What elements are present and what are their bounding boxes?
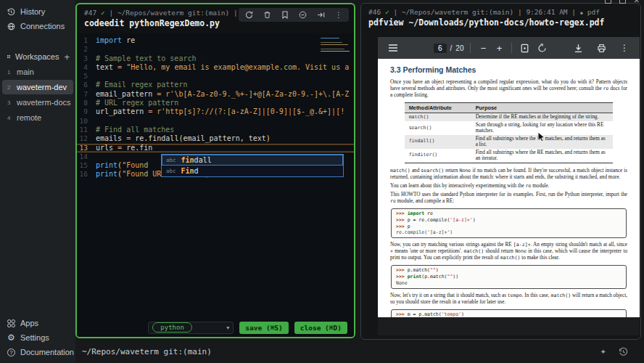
cwd-path: ~/Repos/waveterm git:(main)	[82, 347, 212, 356]
autocomplete-popup: abcfindallabcFind	[161, 154, 344, 177]
refresh-icon[interactable]	[245, 11, 253, 19]
trash-icon[interactable]	[263, 11, 271, 19]
pdf-code-block: >>> p.match("")>>> print(p.match(""))Non…	[391, 265, 627, 288]
check-icon: ✓	[385, 8, 389, 16]
minus-circle-icon[interactable]	[299, 11, 307, 19]
gear-icon: ⚙	[7, 334, 15, 342]
move-to-right-icon[interactable]	[317, 11, 325, 19]
sidebar-item-connections[interactable]: Connections	[0, 19, 75, 33]
table-row: search()Scan through a string, looking f…	[405, 121, 614, 135]
code-line[interactable]: 9url_pattern = r'http[s]?://(?:[a-zA-Z]|…	[77, 107, 354, 116]
sidebar-item-label: History	[20, 7, 45, 16]
pdf-code-block: >>> import re>>> p = re.compile('[a-z]+'…	[391, 208, 627, 238]
print-icon[interactable]	[595, 44, 607, 53]
status-bar: ~/Repos/waveterm git:(main) ✦	[75, 340, 644, 363]
zoom-in-button[interactable]: +	[493, 44, 505, 53]
check-icon: ✓	[101, 9, 105, 17]
pdf-toolbar: 6 / 20 − + ⋮	[378, 37, 640, 59]
table-row: findall()Find all substrings where the R…	[405, 135, 614, 149]
pdf-heading: 3.3 Performing Matches	[390, 65, 627, 74]
sidebar-item-label: Apps	[20, 319, 38, 327]
window-controls: ✕	[605, 0, 640, 4]
code-line[interactable]: 11# Find all matches	[77, 126, 354, 134]
menu-icon[interactable]	[387, 44, 399, 52]
sidebar: History Connections Workspaces + 1 main …	[0, 0, 75, 363]
sidebar-item-waveterm-docs[interactable]: 3 waveterm-docs	[2, 95, 73, 110]
sidebar-item-label: Connections	[20, 22, 65, 30]
language-select[interactable]: python ▾	[148, 322, 234, 334]
autocomplete-item[interactable]: abcfindall	[162, 155, 343, 166]
sidebar-item-main[interactable]: 1 main	[2, 65, 73, 79]
mouse-cursor	[537, 131, 546, 143]
sidebar-item-waveterm-dev[interactable]: 2 waveterm-dev	[2, 80, 73, 94]
window-restore-button[interactable]	[605, 0, 611, 4]
chevron-down-icon: ▾	[226, 325, 229, 331]
code-line[interactable]: 3# Sample text to search	[77, 54, 354, 63]
code-line[interactable]: 1import re	[77, 36, 354, 45]
code-line[interactable]: 10	[77, 117, 354, 126]
question-icon: ?	[7, 348, 15, 356]
window-maximize-button[interactable]	[619, 0, 626, 4]
workspace-label: remote	[17, 113, 41, 122]
sidebar-item-apps[interactable]: Apps	[0, 316, 75, 330]
code-line[interactable]: 5	[77, 72, 354, 81]
rotate-button[interactable]	[536, 44, 548, 53]
code-line[interactable]: 2	[77, 45, 354, 54]
pdf-page: 3.3 Performing Matches Once you have an …	[378, 59, 640, 317]
block-icon: ◆	[580, 10, 583, 16]
pdf-paragraph: match() and search() return None if no m…	[390, 168, 627, 181]
kebab-menu-icon[interactable]: ⋮	[619, 43, 630, 53]
apps-icon	[7, 319, 15, 327]
code-editor-panel: #47 ✓ | ~/Repos/waveterm git:(main) | 9:…	[75, 3, 355, 338]
save-button[interactable]: save (⌘S)	[239, 322, 288, 334]
block-header-actions: ⋮	[239, 8, 349, 22]
pdf-paragraph: Now, let's try it on a string that it sh…	[390, 293, 627, 306]
editor-footer: python ▾ save (⌘S) close (⌘D)	[77, 318, 354, 337]
workspaces-label: Workspaces	[15, 52, 59, 61]
block-meta: #46 ✓ | ~/Repos/waveterm git:(main) | 9:…	[368, 8, 633, 16]
window-close-button[interactable]: ✕	[634, 0, 640, 4]
language-pill: python	[152, 322, 192, 333]
bookmark-icon[interactable]	[281, 11, 289, 19]
download-icon[interactable]	[572, 44, 584, 53]
sidebar-item-remote[interactable]: 4 remote	[2, 110, 73, 125]
table-header: Method/Attribute	[405, 103, 471, 113]
code-line[interactable]: 8# URL regex pattern	[77, 99, 354, 107]
close-button[interactable]: close (⌘D)	[294, 322, 347, 334]
sparkle-ai-icon[interactable]: ✦	[600, 348, 606, 356]
fit-page-button[interactable]	[519, 44, 530, 53]
workspaces-header: Workspaces +	[0, 49, 75, 64]
code-line[interactable]: 12emails = re.findall(email_pattern, tex…	[77, 134, 354, 143]
zoom-out-button[interactable]: −	[477, 44, 489, 53]
page-number-input[interactable]: 6	[434, 44, 447, 53]
globe-icon	[7, 23, 15, 30]
workspaces-icon	[7, 53, 10, 60]
editor-minimap[interactable]	[318, 36, 352, 56]
table-row: finditer()Find all substrings where the …	[405, 149, 614, 163]
add-workspace-button[interactable]: +	[64, 52, 70, 62]
sidebar-item-label: Documentation	[20, 348, 74, 356]
pdf-paragraph: Once you have an object representing a c…	[390, 79, 627, 99]
kebab-menu-icon[interactable]: ⋮	[335, 12, 342, 19]
workspace-label: main	[17, 68, 34, 76]
history-icon[interactable]	[619, 347, 628, 356]
code-line[interactable]: 4text = "Hello, my email is example@exam…	[77, 63, 354, 72]
pdf-code-block: >>> m = p.match('tempo')>>> m<re.Match o…	[391, 309, 627, 317]
sidebar-item-settings[interactable]: ⚙ Settings	[0, 330, 75, 345]
pdf-viewer: 6 / 20 − + ⋮	[378, 37, 640, 335]
sidebar-item-label: Settings	[20, 333, 49, 342]
pdf-viewer-panel: #46 ✓ | ~/Repos/waveterm git:(main) | 9:…	[360, 3, 641, 340]
code-line[interactable]: 7email_pattern = r'\b[A-Za-z0-9._%+-]+@[…	[77, 90, 354, 99]
pdf-paragraph: Now, you can try matching various string…	[390, 242, 627, 261]
code-panel-header: #47 ✓ | ~/Repos/waveterm git:(main) | 9:…	[77, 4, 354, 30]
code-editor[interactable]: 1import re23# Sample text to search4text…	[77, 33, 354, 318]
history-icon	[7, 8, 15, 16]
autocomplete-item[interactable]: abcFind	[162, 166, 343, 176]
sidebar-item-documentation[interactable]: ? Documentation	[0, 345, 75, 359]
sidebar-item-history[interactable]: History	[0, 4, 75, 19]
block-command: pdfview ~/Downloads/python-docs/howto-re…	[368, 17, 633, 28]
code-line[interactable]: 6# Email regex pattern	[77, 81, 354, 89]
code-line[interactable]: 13urls = re.fin	[77, 144, 354, 152]
table-row: match()Determine if the RE matches at th…	[405, 113, 614, 121]
page-number-group: 6 / 20	[434, 44, 463, 53]
